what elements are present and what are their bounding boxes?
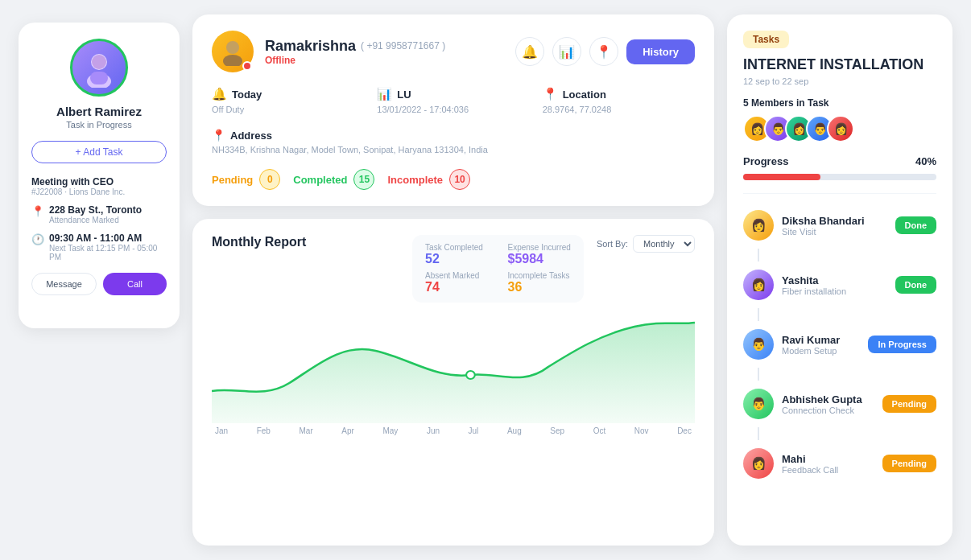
progress-bar-bg (743, 174, 936, 180)
task-status-btn-5[interactable]: Pending (882, 455, 936, 472)
progress-label: Progress (743, 155, 788, 167)
location-cell-title: Location (563, 89, 606, 101)
meeting-title: Meeting with CEO (31, 176, 167, 187)
task-item-3: 👨 Ravi Kumar Modem Setup In Progress (743, 321, 936, 368)
task-person-4: Abhishek Gupta (782, 393, 874, 406)
employee-actions: 🔔 📊 📍 History (515, 37, 695, 66)
absent-stat: Absent Marked 74 (425, 271, 488, 294)
month-mar: Mar (299, 426, 312, 435)
task-info-4: Abhishek Gupta Connection Check (782, 393, 874, 415)
svg-point-6 (466, 371, 475, 379)
progress-pct: 40% (915, 155, 936, 167)
task-person-3: Ravi Kumar (782, 334, 860, 346)
task-item-5: 👩 Mahi Feedback Call Pending (743, 440, 936, 487)
task-list: 👩 Diksha Bhandari Site Visit Done 👩 Yash… (743, 202, 936, 487)
employee-avatar (212, 31, 254, 72)
offline-status-dot (242, 61, 252, 71)
stats-row: Pending 0 Completed 15 Incomplete 10 (212, 169, 695, 190)
progress-section: Progress 40% (743, 155, 936, 180)
task-completed-value: 52 (425, 252, 488, 266)
task-info-1: Diksha Bhandari Site Visit (782, 215, 887, 237)
chart-months: Jan Feb Mar Apr May Jun Jul Aug Sep Oct … (212, 426, 695, 435)
task-avatar-4: 👨 (743, 389, 774, 419)
employee-name: Ramakrishna (265, 38, 356, 55)
pending-count: 0 (259, 169, 280, 190)
right-tasks-card: Tasks INTERNET INSTALLATION 12 sep to 22… (727, 14, 952, 546)
add-task-button[interactable]: + Add Task (31, 141, 167, 163)
expense-stat: Expense Incurred $5984 (507, 243, 570, 266)
pending-label: Pending (212, 174, 253, 186)
call-button[interactable]: Call (103, 273, 167, 295)
time-sub: Next Task at 12:15 PM - 05:00 PM (49, 244, 167, 261)
completed-stat: Completed 15 (293, 169, 374, 190)
address-section: 📍 Address NH334B, Krishna Nagar, Model T… (212, 129, 695, 154)
message-button[interactable]: Message (31, 273, 97, 295)
user-avatar (70, 39, 128, 97)
meeting-sub: #J22008 · Lions Dane Inc. (31, 187, 167, 196)
today-cell: 🔔 Today Off Duty (212, 87, 364, 114)
project-title: INTERNET INSTALLATION (743, 56, 936, 73)
lu-cell: 📊 LU 13/01/2022 - 17:04:036 (377, 87, 529, 114)
svg-rect-3 (90, 72, 108, 84)
task-connector-3 (758, 368, 759, 381)
task-person-2: Yashita (782, 274, 887, 286)
month-jan: Jan (215, 426, 228, 435)
location-cell-icon: 📍 (543, 87, 558, 101)
task-info-3: Ravi Kumar Modem Setup (782, 334, 860, 356)
task-avatar-3: 👨 (743, 329, 774, 360)
sort-label: Sort By: (597, 239, 628, 249)
bell-button[interactable]: 🔔 (515, 37, 544, 66)
task-item-2: 👩 Yashita Fiber installation Done (743, 261, 936, 308)
incomplete-tasks-stat: Incomplete Tasks 36 (507, 271, 570, 294)
month-jun: Jun (427, 426, 440, 435)
history-button[interactable]: History (626, 39, 695, 64)
expense-label: Expense Incurred (507, 243, 570, 252)
incomplete-count: 10 (449, 169, 470, 190)
svg-point-5 (223, 55, 242, 66)
task-person-1: Diksha Bhandari (782, 215, 887, 227)
employee-card: Ramakrishna ( +91 9958771667 ) Offline 🔔… (192, 14, 714, 206)
month-apr: Apr (341, 426, 354, 435)
employee-header: Ramakrishna ( +91 9958771667 ) Offline 🔔… (212, 31, 695, 72)
tasks-badge: Tasks (743, 31, 789, 48)
completed-count: 15 (353, 169, 374, 190)
location-cell-value: 28.9764, 77.0248 (543, 105, 695, 114)
chart-button[interactable]: 📊 (552, 37, 581, 66)
employee-info: Ramakrishna ( +91 9958771667 ) Offline (265, 38, 504, 66)
month-nov: Nov (634, 426, 649, 435)
task-avatar-5: 👩 (743, 448, 774, 479)
meeting-info: Meeting with CEO #J22008 · Lions Dane In… (31, 176, 167, 196)
chart-card: Monthly Report Task Completed 52 Expense… (192, 219, 714, 546)
absent-value: 74 (425, 280, 488, 294)
clock-icon: 🕐 (31, 233, 44, 245)
task-status-btn-4[interactable]: Pending (882, 395, 936, 413)
completed-label: Completed (293, 174, 347, 186)
location-button[interactable]: 📍 (589, 37, 618, 66)
task-completed-label: Task Completed (425, 243, 488, 252)
absent-label: Absent Marked (425, 271, 488, 280)
task-status-btn-3[interactable]: In Progress (868, 336, 936, 353)
location-address: 228 Bay St., Toronto (49, 204, 142, 216)
task-role-2: Fiber installation (782, 286, 887, 296)
time-info: 🕐 09:30 AM - 11:00 AM Next Task at 12:15… (31, 233, 167, 261)
task-avatar-2: 👩 (743, 270, 774, 300)
project-dates: 12 sep to 22 sep (743, 76, 936, 86)
task-status-btn-1[interactable]: Done (895, 216, 937, 234)
location-sub: Attendance Marked (49, 216, 142, 224)
task-person-5: Mahi (782, 453, 874, 465)
task-item-1: 👩 Diksha Bhandari Site Visit Done (743, 202, 936, 249)
task-connector-4 (758, 427, 759, 440)
task-role-4: Connection Check (782, 406, 874, 415)
member-avatar-5: 👩 (827, 115, 854, 142)
info-grid: 🔔 Today Off Duty 📊 LU 13/01/2022 - 17:04… (212, 87, 695, 114)
left-profile-card: Albert Ramirez Task in Progress + Add Ta… (19, 23, 180, 328)
month-sep: Sep (550, 426, 564, 435)
incomplete-label: Incomplete (387, 174, 443, 186)
progress-bar-fill (743, 174, 820, 180)
today-title: Today (232, 89, 262, 101)
task-status-btn-2[interactable]: Done (895, 276, 937, 294)
sort-select[interactable]: Monthly Weekly Daily (633, 235, 695, 253)
chart-title: Monthly Report (212, 235, 306, 249)
sort-by: Sort By: Monthly Weekly Daily (597, 235, 695, 253)
chart-area (212, 311, 695, 423)
